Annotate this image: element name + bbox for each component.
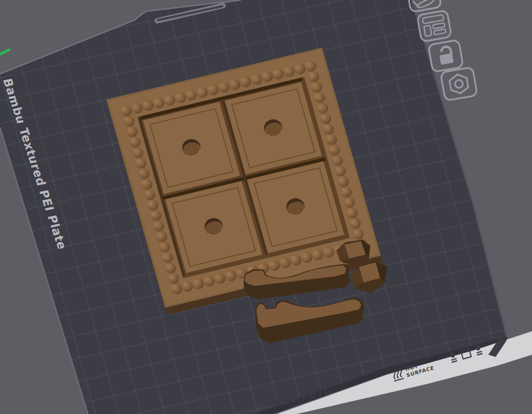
slicer-3d-viewport[interactable]: Bambu Textured PEI Plate /ABS/PETG HOT S… [0,0,532,414]
axis-y-arrow [0,50,9,55]
hex-nut-icon [441,68,476,100]
layout-list-icon [418,11,450,41]
plate-type-button[interactable] [440,66,478,102]
lock-plate-button[interactable] [427,39,464,73]
square-icon [460,347,472,359]
plate-settings-button[interactable] [416,9,452,43]
lock-open-icon [429,41,462,71]
